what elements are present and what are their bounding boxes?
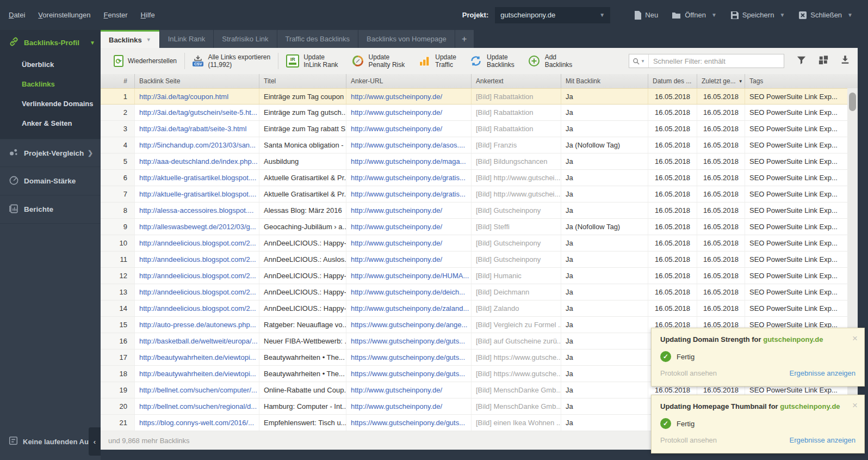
backlink-page-link[interactable]: http://anndeelicious.blogspot.com/2...: [135, 268, 259, 284]
column-header-zuletzt-ge[interactable]: Zuletzt ge... ▼: [697, 74, 745, 88]
table-row[interactable]: 5 http://aaa-deutschland.de/index.php...…: [101, 154, 847, 170]
tab-inlink-rank[interactable]: InLink Rank: [160, 30, 214, 48]
anchor-url-link[interactable]: http://www.gutscheinpony.de/zaland...: [346, 300, 472, 316]
open-project-button[interactable]: Öffnen ▼: [672, 11, 717, 19]
anchor-url-link[interactable]: http://www.gutscheinpony.de/asos....: [346, 137, 472, 153]
project-select[interactable]: gutscheinpony.de ▼: [495, 7, 610, 23]
close-icon[interactable]: ×: [852, 401, 858, 410]
backlink-page-link[interactable]: http://anndeelicious.blogspot.com/2...: [135, 235, 259, 251]
sidebar-item-berichte[interactable]: Berichte: [0, 195, 101, 224]
column-header-datum-des[interactable]: Datum des ...: [648, 74, 697, 88]
anchor-url-link[interactable]: http://www.gutscheinpony.de/: [346, 121, 472, 137]
anchor-url-link[interactable]: https://www.gutscheinpony.de/guts...: [346, 415, 472, 431]
columns-grid-icon[interactable]: [819, 55, 828, 67]
anchor-url-link[interactable]: https://www.gutscheinpony.de/guts...: [346, 333, 472, 349]
tab-backlinks[interactable]: Backlinks ▼: [101, 30, 159, 48]
anchor-url-link[interactable]: http://www.gutscheinpony.de/gratis...: [346, 170, 472, 186]
anchor-url-link[interactable]: https://www.gutscheinpony.de/guts...: [346, 366, 472, 382]
chevron-down-icon[interactable]: ▼: [847, 12, 853, 18]
save-project-button[interactable]: Speichern ▼: [731, 11, 785, 19]
anchor-url-link[interactable]: http://www.gutscheinpony.de/: [346, 89, 472, 104]
menu-datei[interactable]: Datei: [9, 11, 25, 19]
add-tab-button[interactable]: +: [455, 30, 474, 48]
table-row[interactable]: 9 http://alleswasbewegt.de/2012/03/g... …: [101, 219, 847, 235]
view-log-link[interactable]: Protokoll ansehen: [660, 369, 717, 377]
backlink-page-link[interactable]: http://bellnet.com/suchen/regional/d...: [135, 398, 259, 414]
sidebar-item-backlinks[interactable]: Backlinks: [0, 75, 101, 94]
table-row[interactable]: 14 http://anndeelicious.blogspot.com/2..…: [101, 300, 847, 317]
backlink-page-link[interactable]: http://anndeelicious.blogspot.com/2...: [135, 252, 259, 267]
table-row[interactable]: 4 http://5inchandup.com/2013/03/san... S…: [101, 137, 847, 154]
anchor-url-link[interactable]: http://www.gutscheinpony.de/: [346, 219, 472, 235]
backlink-page-link[interactable]: http://anndeelicious.blogspot.com/2...: [135, 300, 259, 316]
backlink-page-link[interactable]: http://basketball.de/weltweit/europa/...: [135, 333, 259, 349]
anchor-url-link[interactable]: https://www.gutscheinpony.de/ange...: [346, 317, 472, 333]
view-log-link[interactable]: Protokoll ansehen: [660, 436, 717, 444]
anchor-url-link[interactable]: http://www.gutscheinpony.de/maga...: [346, 154, 472, 169]
anchor-url-link[interactable]: http://www.gutscheinpony.de/: [346, 398, 472, 414]
table-row[interactable]: 3 http://3ai.de/tag/rabatt/seite-3.html …: [101, 121, 847, 137]
anchor-url-link[interactable]: http://www.gutscheinpony.de/: [346, 235, 472, 251]
table-row[interactable]: 2 http://3ai.de/tag/gutschein/seite-5.ht…: [101, 105, 847, 121]
backlink-page-link[interactable]: http://aktuelle-gratisartikel.blogspot..…: [135, 186, 259, 202]
download-icon[interactable]: [840, 55, 850, 67]
show-results-link[interactable]: Ergebnisse anzeigen: [790, 369, 855, 377]
chevron-down-icon[interactable]: ▼: [711, 12, 717, 18]
menu-fenster[interactable]: Fenster: [104, 11, 128, 19]
table-row[interactable]: 10 http://anndeelicious.blogspot.com/2..…: [101, 235, 847, 252]
table-row[interactable]: 11 http://anndeelicious.blogspot.com/2..…: [101, 252, 847, 268]
table-row[interactable]: 6 http://aktuelle-gratisartikel.blogspot…: [101, 170, 847, 186]
sidebar-item-domain-staerke[interactable]: Domain-Stärke: [0, 167, 101, 195]
backlink-page-link[interactable]: http://anndeelicious.blogspot.com/2...: [135, 284, 259, 300]
update-backlinks-button[interactable]: UpdateBacklinks: [463, 50, 521, 72]
table-row[interactable]: 8 http://alessa-accessoires.blogspot....…: [101, 203, 847, 219]
backlink-page-link[interactable]: http://beautywahrheiten.de/viewtopi...: [135, 366, 259, 382]
filter-funnel-icon[interactable]: [796, 55, 807, 68]
chevron-down-icon[interactable]: ▼: [641, 59, 645, 64]
column-header-ankertext[interactable]: Ankertext: [472, 74, 561, 88]
backlink-page-link[interactable]: http://3ai.de/tag/coupon.html: [135, 89, 259, 104]
backlink-page-link[interactable]: http://3ai.de/tag/rabatt/seite-3.html: [135, 121, 259, 137]
sidebar-item-backlinks-profil[interactable]: Backlinks-Profil ▼: [0, 30, 101, 55]
anchor-url-link[interactable]: http://www.gutscheinpony.de/gratis...: [346, 186, 472, 202]
column-header-anker-url[interactable]: Anker-URL: [346, 74, 472, 88]
new-project-button[interactable]: Neu: [634, 11, 658, 20]
update-inlink-rank-button[interactable]: IR UpdateInLink Rank: [280, 50, 344, 72]
sidebar-item-projekt-vergleich[interactable]: Projekt-Vergleich ❯: [0, 139, 101, 167]
export-all-links-button[interactable]: CSV Alle Links exportieren(11,992): [186, 50, 277, 72]
anchor-url-link[interactable]: http://www.gutscheinpony.de/HUMA...: [346, 268, 472, 284]
backlink-page-link[interactable]: http://5inchandup.com/2013/03/san...: [135, 137, 259, 153]
anchor-url-link[interactable]: http://www.gutscheinpony.de/: [346, 203, 472, 218]
sidebar-item-anker-seiten[interactable]: Anker & Seiten: [0, 114, 101, 133]
column-header-titel[interactable]: Titel: [259, 74, 346, 88]
menu-hilfe[interactable]: Hilfe: [141, 11, 155, 19]
backlink-page-link[interactable]: http://auto-presse.de/autonews.php...: [135, 317, 259, 333]
backlink-page-link[interactable]: http://3ai.de/tag/gutschein/seite-5.ht..…: [135, 105, 259, 120]
add-backlinks-button[interactable]: AddBacklinks: [521, 50, 579, 72]
backlink-page-link[interactable]: http://alessa-accessoires.blogspot....: [135, 203, 259, 218]
anchor-url-link[interactable]: http://www.gutscheinpony.de/: [346, 105, 472, 120]
restore-button[interactable]: ⟳ Wiederherstellen: [107, 50, 183, 72]
anchor-url-link[interactable]: http://www.gutscheinpony.de/deich...: [346, 284, 472, 300]
update-penalty-risk-button[interactable]: UpdatePenalty Risk: [345, 50, 412, 72]
show-results-link[interactable]: Ergebnisse anzeigen: [790, 436, 855, 444]
column-header-mit-backlink[interactable]: Mit Backlink: [561, 74, 648, 88]
chevron-down-icon[interactable]: ▼: [146, 37, 151, 42]
chevron-down-icon[interactable]: ▼: [779, 12, 785, 18]
backlink-page-link[interactable]: http://alleswasbewegt.de/2012/03/g...: [135, 219, 259, 235]
backlink-page-link[interactable]: https://blog.connys-welt.com/2016/...: [135, 415, 259, 431]
tab-backlinks-von-homepage[interactable]: Backlinks von Homepage: [358, 30, 455, 48]
sidebar-item-ueberblick[interactable]: Überblick: [0, 55, 101, 75]
column-header-num[interactable]: #: [101, 74, 135, 88]
tab-traffic-des-backlinks[interactable]: Traffic des Backlinks: [277, 30, 358, 48]
anchor-url-link[interactable]: http://www.gutscheinpony.de/: [346, 382, 472, 398]
close-project-button[interactable]: Schließen ▼: [799, 11, 853, 19]
collapse-sidebar-handle[interactable]: ‹: [89, 427, 101, 456]
table-row[interactable]: 7 http://aktuelle-gratisartikel.blogspot…: [101, 186, 847, 203]
quick-filter-input[interactable]: [649, 57, 784, 65]
backlink-page-link[interactable]: http://aktuelle-gratisartikel.blogspot..…: [135, 170, 259, 186]
column-header-tags[interactable]: Tags: [745, 74, 858, 88]
search-icon[interactable]: ▼: [629, 54, 649, 68]
column-header-backlink-seite[interactable]: Backlink Seite: [135, 74, 259, 88]
table-row[interactable]: 1 http://3ai.de/tag/coupon.html Einträge…: [101, 88, 847, 105]
